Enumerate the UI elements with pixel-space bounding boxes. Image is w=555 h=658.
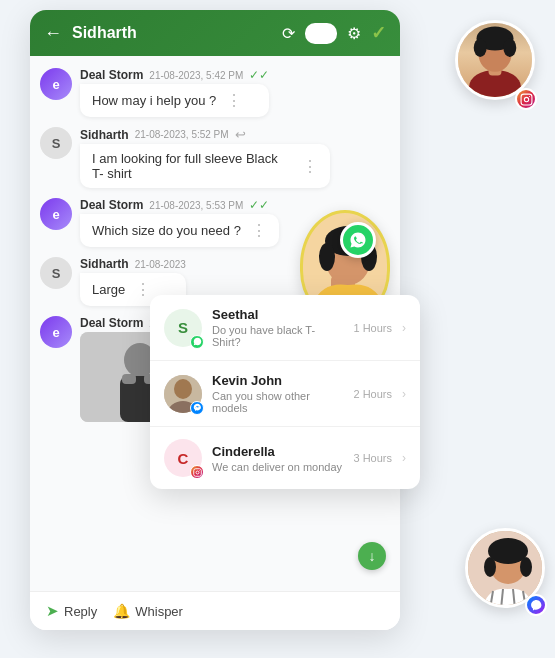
messenger-badge-bottom — [525, 594, 547, 616]
reply-button[interactable]: ➤ Reply — [46, 602, 97, 620]
svg-point-8 — [528, 95, 529, 96]
msg-time: 21-08-2023, 5:42 PM — [149, 70, 243, 81]
tick-icon: ✓✓ — [249, 68, 269, 82]
panel-item-avatar-wrapper — [164, 375, 202, 413]
check-icon[interactable]: ✓ — [371, 22, 386, 44]
message-time: 2 Hours — [353, 388, 392, 400]
panel-item-avatar-wrapper: C — [164, 439, 202, 477]
message-content: Deal Storm 21-08-2023, 5:42 PM ✓✓ How ma… — [80, 68, 269, 117]
header-icons: ⟳ 1 ▾ ⚙ ✓ — [282, 22, 386, 44]
tick-icon: ✓✓ — [249, 198, 269, 212]
sender-name: Deal Storm — [80, 198, 143, 212]
agent-avatar: e — [40, 68, 72, 100]
whatsapp-platform-badge — [190, 335, 204, 349]
svg-point-18 — [319, 243, 335, 271]
sync-icon[interactable]: ⟳ — [282, 24, 295, 43]
svg-point-5 — [503, 39, 516, 58]
bubble-menu-dots[interactable]: ⋮ — [226, 91, 242, 110]
bubble-menu-dots[interactable]: ⋮ — [251, 221, 267, 240]
chevron-right-icon: › — [402, 451, 406, 465]
agent-avatar: e — [40, 198, 72, 230]
message-meta: Deal Storm 21-08-2023, 5:53 PM ✓✓ — [80, 198, 279, 212]
whisper-icon: 🔔 — [113, 603, 130, 619]
table-row: e Deal Storm 21-08-2023, 5:42 PM ✓✓ How … — [40, 68, 390, 117]
svg-rect-6 — [521, 94, 532, 105]
whisper-label: Whisper — [135, 604, 183, 619]
sender-name: Sidharth — [80, 128, 129, 142]
bubble-menu-dots[interactable]: ⋮ — [302, 157, 318, 176]
message-bubble: I am looking for full sleeve Black T- sh… — [80, 144, 330, 188]
panel-item-avatar-wrapper: S — [164, 309, 202, 347]
chevron-right-icon: › — [402, 387, 406, 401]
sender-name: Sidharth — [80, 257, 129, 271]
list-item[interactable]: C Cinderella We can deliver on monday 3 … — [150, 427, 420, 489]
message-time: 1 Hours — [353, 322, 392, 334]
instagram-platform-badge — [190, 465, 204, 479]
list-item[interactable]: Kevin John Can you show other models 2 H… — [150, 361, 420, 427]
message-content: Sidharth 21-08-2023, 5:52 PM ↩ I am look… — [80, 127, 330, 188]
user-avatar: S — [40, 127, 72, 159]
svg-point-29 — [484, 557, 496, 577]
sender-name: Deal Storm — [80, 316, 143, 330]
svg-point-4 — [474, 39, 487, 58]
svg-point-30 — [520, 557, 532, 577]
msg-time: 21-08-2023 — [135, 259, 186, 270]
contact-name: Seethal — [212, 307, 343, 322]
svg-point-7 — [524, 97, 528, 101]
messenger-platform-badge — [190, 401, 204, 415]
last-message: Do you have black T-Shirt? — [212, 324, 343, 348]
message-meta: Deal Storm 21-08-2023, 5:42 PM ✓✓ — [80, 68, 269, 82]
user-avatar: S — [40, 257, 72, 289]
panel-info: Kevin John Can you show other models — [212, 373, 343, 414]
panel-info: Seethal Do you have black T-Shirt? — [212, 307, 343, 348]
scroll-down-button[interactable]: ↓ — [358, 542, 386, 570]
bottom-bar: ➤ Reply 🔔 Whisper — [30, 591, 400, 630]
list-item[interactable]: S Seethal Do you have black T-Shirt? 1 H… — [150, 295, 420, 361]
chevron-right-icon: › — [402, 321, 406, 335]
whatsapp-badge — [340, 222, 376, 258]
bubble-menu-dots[interactable]: ⋮ — [135, 280, 151, 299]
msg-time: 21-08-2023, 5:52 PM — [135, 129, 229, 140]
svg-point-21 — [174, 379, 192, 399]
reply-label: Reply — [64, 604, 97, 619]
whisper-button[interactable]: 🔔 Whisper — [113, 603, 183, 619]
instagram-badge-top — [515, 88, 537, 110]
agent-avatar: e — [40, 316, 72, 348]
last-message: We can deliver on monday — [212, 461, 343, 473]
svg-rect-12 — [122, 374, 136, 384]
svg-rect-23 — [193, 468, 201, 476]
message-time: 3 Hours — [353, 452, 392, 464]
send-icon: ➤ — [46, 602, 59, 620]
back-button[interactable]: ← — [44, 23, 62, 44]
chat-header: ← Sidharth ⟳ 1 ▾ ⚙ ✓ — [30, 10, 400, 56]
panel-info: Cinderella We can deliver on monday — [212, 444, 343, 473]
sender-name: Deal Storm — [80, 68, 143, 82]
message-meta: Sidharth 21-08-2023, 5:52 PM ↩ — [80, 127, 330, 142]
svg-point-25 — [199, 469, 200, 470]
table-row: S Sidharth 21-08-2023, 5:52 PM ↩ I am lo… — [40, 127, 390, 188]
svg-point-24 — [196, 471, 199, 474]
reply-icon: ↩ — [235, 127, 246, 142]
message-content: Deal Storm 21-08-2023, 5:53 PM ✓✓ Which … — [80, 198, 279, 247]
message-bubble: Which size do you need ? ⋮ — [80, 214, 279, 247]
message-bubble: How may i help you ? ⋮ — [80, 84, 269, 117]
msg-time: 21-08-2023, 5:53 PM — [149, 200, 243, 211]
last-message: Can you show other models — [212, 390, 343, 414]
message-meta: Sidharth 21-08-2023 — [80, 257, 186, 271]
header-name: Sidharth — [72, 24, 272, 42]
notif-badge[interactable]: 1 ▾ — [305, 23, 337, 44]
floating-panel: S Seethal Do you have black T-Shirt? 1 H… — [150, 295, 420, 489]
settings-icon[interactable]: ⚙ — [347, 24, 361, 43]
contact-name: Cinderella — [212, 444, 343, 459]
contact-name: Kevin John — [212, 373, 343, 388]
